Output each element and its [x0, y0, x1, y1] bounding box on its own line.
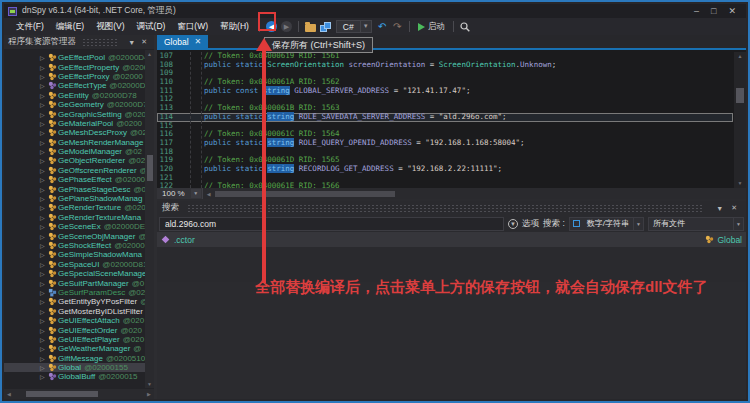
search-type-select[interactable]: 数字/字符串 ▼ — [569, 217, 644, 231]
chevron-down-icon[interactable]: ▼ — [125, 39, 138, 46]
expander-icon[interactable]: ▷ — [40, 233, 48, 240]
close-icon[interactable]: ✕ — [728, 5, 736, 17]
tree-item-GeMaterialPool[interactable]: ▷GeMaterialPool@0200 — [4, 119, 145, 128]
scrollbar-thumb[interactable] — [215, 191, 395, 197]
expander-icon[interactable]: ▷ — [40, 336, 48, 343]
tree-item-GeSceneEx[interactable]: ▷GeSceneEx@02000DEC — [4, 222, 145, 231]
expander-icon[interactable]: ▷ — [40, 214, 48, 221]
scroll-left-icon[interactable]: ◀ — [203, 191, 215, 197]
expander-icon[interactable]: ▷ — [40, 129, 48, 136]
tree-item-GeRenderTextureMana[interactable]: ▷GeRenderTextureMana — [4, 213, 145, 222]
tree-item-GeEffectType[interactable]: ▷GeEffectType@02000D — [4, 81, 145, 90]
tree-item-GetEntityByYPosFilter[interactable]: ▷GetEntityByYPosFilter@ — [4, 297, 145, 306]
expander-icon[interactable]: ▷ — [40, 204, 48, 211]
tree-item-GeGeometry[interactable]: ▷GeGeometry@02000D7 — [4, 100, 145, 109]
tree-item-GeMeshDescProxy[interactable]: ▷GeMeshDescProxy@02 — [4, 128, 145, 137]
tree-item-GeUIEffectPlayer[interactable]: ▷GeUIEffectPlayer@020 — [4, 335, 145, 344]
tree-item-GePhaseStageDesc[interactable]: ▷GePhaseStageDesc@0 — [4, 184, 145, 193]
tree-item-GeModelManager[interactable]: ▷GeModelManager@02 — [4, 147, 145, 156]
expander-icon[interactable]: ▷ — [40, 242, 48, 249]
expander-icon[interactable]: ▷ — [40, 176, 48, 183]
tree-item-GeEffectProxy[interactable]: ▷GeEffectProxy@02000 — [4, 72, 145, 81]
expander-icon[interactable]: ▷ — [40, 101, 48, 108]
tree-item-GeMeshRenderManage[interactable]: ▷GeMeshRenderManage — [4, 138, 145, 147]
tree-item-GeOffscreenRenderer[interactable]: ▷GeOffscreenRenderer@ — [4, 166, 145, 175]
redo-button[interactable]: ↷ — [390, 20, 405, 34]
expander-icon[interactable]: ▷ — [40, 280, 48, 287]
expander-icon[interactable]: ▷ — [40, 270, 48, 277]
expander-icon[interactable]: ▷ — [40, 148, 48, 155]
tree-item-GeEffectPool[interactable]: ▷GeEffectPool@02000D46 — [4, 53, 145, 62]
expander-icon[interactable]: ▷ — [40, 64, 48, 71]
menu-item[interactable]: 文件(F) — [10, 19, 50, 35]
menu-item[interactable]: 窗口(W) — [171, 19, 214, 35]
expander-icon[interactable]: ▷ — [40, 364, 48, 371]
expander-icon[interactable]: ▷ — [40, 298, 48, 305]
search-button[interactable] — [458, 20, 473, 34]
scroll-up-icon[interactable]: ▲ — [734, 52, 746, 61]
expander-icon[interactable]: ▷ — [40, 289, 48, 296]
expander-icon[interactable]: ▷ — [40, 157, 48, 164]
start-button[interactable]: 启动 — [414, 21, 449, 33]
expander-icon[interactable]: ▷ — [40, 54, 48, 61]
scrollbar-thumb[interactable] — [147, 155, 153, 181]
expander-icon[interactable]: ▷ — [40, 355, 48, 362]
tree-item-GlobalBuff[interactable]: ▷GlobalBuff@0200015 — [4, 372, 145, 381]
search-input[interactable] — [159, 217, 504, 231]
file-filter-select[interactable]: 所有文件 ▼ — [648, 217, 744, 231]
forward-button[interactable]: ▶ — [279, 20, 294, 34]
expander-icon[interactable]: ▷ — [40, 373, 48, 380]
expander-icon[interactable]: ▷ — [40, 317, 48, 324]
tree-item-GePlaneShadowManag[interactable]: ▷GePlaneShadowManag — [4, 194, 145, 203]
menu-item[interactable]: 调试(D) — [131, 19, 172, 35]
tree-item-GeSimpleShadowMana[interactable]: ▷GeSimpleShadowMana — [4, 250, 145, 259]
tree-item-GeEntity[interactable]: ▷GeEntity@02000D78 — [4, 91, 145, 100]
tree-item-GeRenderTexture[interactable]: ▷GeRenderTexture@020 — [4, 203, 145, 212]
search-result-row[interactable]: .cctor Global — [157, 232, 746, 247]
options-chevron-icon[interactable]: ▼ — [508, 219, 518, 229]
drag-handle[interactable] — [82, 38, 119, 46]
close-icon[interactable]: ✕ — [727, 204, 741, 212]
expander-icon[interactable]: ▷ — [40, 327, 48, 334]
minimize-icon[interactable]: – — [694, 5, 699, 17]
tree-item-GeSpecialSceneManage[interactable]: ▷GeSpecialSceneManage — [4, 269, 145, 278]
menu-item[interactable]: 帮助(H) — [214, 19, 255, 35]
expander-icon[interactable]: ▷ — [40, 120, 48, 127]
expander-icon[interactable]: ▷ — [40, 223, 48, 230]
expander-icon[interactable]: ▷ — [40, 251, 48, 258]
tree-item-GeWeatherManager[interactable]: ▷GeWeatherManager@ — [4, 344, 145, 353]
scroll-down-icon[interactable]: ▼ — [145, 380, 154, 388]
sidebar-horizontal-scrollbar[interactable]: ◀ ▶ — [4, 389, 154, 399]
tree-item-GiftMessage[interactable]: ▷GiftMessage@0200510 — [4, 354, 145, 363]
tree-item-GeSceneObjManager[interactable]: ▷GeSceneObjManager@ — [4, 231, 145, 240]
tree-item-GeEffectProperty[interactable]: ▷GeEffectProperty@0200 — [4, 62, 145, 71]
close-icon[interactable]: ✕ — [138, 38, 150, 46]
close-icon[interactable]: ✕ — [195, 37, 202, 46]
menu-item[interactable]: 编辑(E) — [50, 19, 90, 35]
scrollbar-thumb[interactable] — [26, 391, 98, 397]
tree-item-GeSuitPartManager[interactable]: ▷GeSuitPartManager@0 — [4, 278, 145, 287]
sidebar-vertical-scrollbar[interactable]: ▲ ▼ — [145, 50, 154, 388]
tree-item-GetMosterByIDListFilter[interactable]: ▷GetMosterByIDListFilter — [4, 307, 145, 316]
undo-button[interactable]: ↶ — [375, 20, 390, 34]
save-all-button[interactable] — [318, 20, 333, 34]
expander-icon[interactable]: ▷ — [40, 308, 48, 315]
expander-icon[interactable]: ▷ — [40, 92, 48, 99]
code-area[interactable]: 107// Token: 0x04000619 RID: 1561108publ… — [157, 52, 733, 188]
open-button[interactable] — [303, 20, 318, 34]
scroll-down-icon[interactable]: ▼ — [734, 179, 746, 188]
scrollbar-thumb[interactable] — [736, 88, 744, 103]
expander-icon[interactable]: ▷ — [40, 195, 48, 202]
tree-item-GeUIEffectAttach[interactable]: ▷GeUIEffectAttach@020 — [4, 316, 145, 325]
tree-item-GeGraphicSetting[interactable]: ▷GeGraphicSetting@020 — [4, 109, 145, 118]
expander-icon[interactable]: ▷ — [40, 111, 48, 118]
expander-icon[interactable]: ▷ — [40, 345, 48, 352]
tree-item-GeSpaceUI[interactable]: ▷GeSpaceUI@02000D81 — [4, 260, 145, 269]
expander-icon[interactable]: ▷ — [40, 139, 48, 146]
menu-item[interactable]: 视图(V) — [90, 19, 130, 35]
tree-item-GePhaseEffect[interactable]: ▷GePhaseEffect@02000 — [4, 175, 145, 184]
language-select[interactable]: C# ▼ — [336, 20, 372, 33]
tree-item-GeUIEffectOrder[interactable]: ▷GeUIEffectOrder@020 — [4, 325, 145, 334]
maximize-icon[interactable]: □ — [711, 5, 716, 17]
expander-icon[interactable]: ▷ — [40, 261, 48, 268]
